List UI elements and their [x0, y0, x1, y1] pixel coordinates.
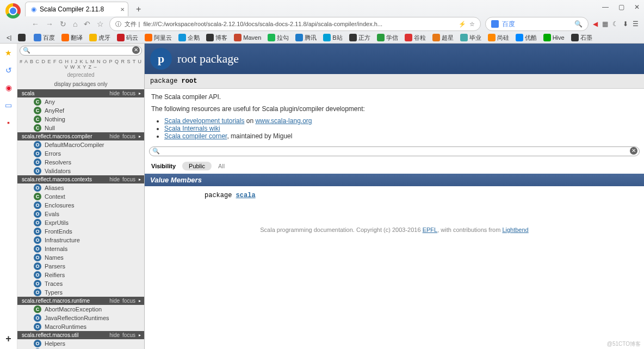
weibo-icon[interactable]: ◉	[4, 83, 14, 93]
new-tab-button[interactable]: +	[132, 2, 145, 16]
package-header[interactable]: scalahidefocus▸	[17, 89, 144, 97]
hide-link[interactable]: hide	[109, 298, 120, 304]
bookmark-item[interactable]: Hive	[543, 34, 565, 41]
bookmark-icon[interactable]: ☆	[469, 21, 475, 28]
member-link[interactable]: OFrontEnds	[17, 227, 144, 236]
card-icon[interactable]: ▭	[4, 100, 14, 110]
lightbend-link[interactable]: Lightbend	[502, 226, 528, 233]
star-icon[interactable]: ★	[4, 48, 14, 58]
history-icon[interactable]: ↺	[4, 65, 14, 75]
bookmark-item[interactable]: 尚硅	[488, 34, 509, 42]
window-close[interactable]: ✕	[634, 3, 640, 11]
bookmark-item[interactable]: 优酷	[516, 34, 537, 42]
hide-link[interactable]: hide	[109, 90, 120, 96]
member-link[interactable]: OTypers	[17, 288, 144, 297]
member-link[interactable]: ODefaultMacroCompiler	[17, 140, 144, 149]
bookmark-item[interactable]: Maven	[234, 34, 261, 41]
bookmark-item[interactable]: 百度	[34, 34, 55, 42]
star-icon[interactable]: ☆	[96, 20, 105, 28]
member-link[interactable]: OValidators	[17, 167, 144, 175]
bookmark-item[interactable]: 超星	[432, 34, 454, 42]
window-maximize[interactable]: ▢	[618, 3, 624, 11]
bookmark-item[interactable]: 学信	[377, 34, 398, 42]
back-button[interactable]: ←	[30, 20, 40, 28]
member-link[interactable]: OAliases	[17, 183, 144, 192]
close-icon[interactable]: ✕	[120, 7, 125, 13]
reload-button[interactable]: ↻	[59, 20, 67, 28]
member-link[interactable]: OJavaReflectionRuntimes	[17, 314, 144, 322]
clear-icon[interactable]: ✕	[630, 147, 637, 155]
bookmark-item[interactable]: B站	[323, 34, 342, 42]
member-link[interactable]: OInternals	[17, 244, 144, 253]
member-link[interactable]: OEvals	[17, 210, 144, 218]
member-link[interactable]: OEnclosures	[17, 201, 144, 210]
deprecated-link[interactable]: deprecated	[17, 71, 144, 79]
bookmark-toggle[interactable]: <|	[7, 34, 11, 41]
visibility-all[interactable]: All	[218, 163, 225, 169]
focus-link[interactable]: focus	[122, 298, 135, 304]
focus-link[interactable]: focus	[122, 133, 135, 139]
window-minimize[interactable]: —	[602, 3, 609, 11]
flash-icon[interactable]: ⚡	[459, 21, 466, 28]
bookmark-item[interactable]: 博客	[206, 34, 227, 42]
browser-tab[interactable]: ◉ Scala Compiler 2.11.8 ✕	[25, 2, 128, 16]
browser-search[interactable]: 百度 🔍	[485, 17, 589, 31]
member-search[interactable]	[149, 146, 640, 156]
bookmark-item[interactable]: 企鹅	[178, 34, 200, 42]
download-icon[interactable]: ⬇	[623, 20, 628, 28]
member-link[interactable]: OParsers	[17, 262, 144, 271]
bookmark-item[interactable]: 虎牙	[89, 34, 110, 42]
home-button[interactable]: ⌂	[72, 20, 78, 28]
bookmark-item[interactable]: 翻译	[61, 34, 83, 42]
member-link[interactable]: OReifiers	[17, 271, 144, 279]
package-header[interactable]: scala.reflect.macros.compilerhidefocus▸	[17, 132, 144, 140]
pdf-icon[interactable]: ▪	[4, 118, 14, 127]
bookmark-item[interactable]	[18, 34, 27, 41]
package-header[interactable]: scala.reflect.macros.utilhidefocus▸	[17, 331, 144, 339]
add-button[interactable]: +	[5, 333, 11, 345]
bookmark-item[interactable]: 石墨	[571, 34, 592, 42]
epfl-link[interactable]: EPFL	[423, 226, 438, 233]
member-link[interactable]: CNull	[17, 124, 144, 132]
member-link[interactable]: OErrors	[17, 149, 144, 158]
search-icon[interactable]: 🔍	[574, 20, 583, 28]
member-link[interactable]: ONames	[17, 253, 144, 262]
member-link[interactable]: OTraces	[17, 279, 144, 288]
bookmark-item[interactable]: 谷粒	[405, 34, 426, 42]
member-link[interactable]: OResolvers	[17, 158, 144, 167]
focus-link[interactable]: focus	[122, 332, 135, 338]
member-link[interactable]: CContext	[17, 192, 144, 201]
address-bar[interactable]: ⓘ 文件 | file:///C:/workspace/root/scala-2…	[109, 17, 481, 31]
focus-link[interactable]: focus	[122, 90, 135, 96]
hide-link[interactable]: hide	[109, 176, 120, 182]
member-link[interactable]: OHelpers	[17, 339, 144, 348]
bookmark-item[interactable]: 拉勾	[268, 34, 289, 42]
bookmark-item[interactable]: 码云	[117, 34, 138, 42]
hide-link[interactable]: hide	[109, 133, 120, 139]
focus-link[interactable]: focus	[122, 176, 135, 182]
package-header[interactable]: scala.reflect.macros.runtimehidefocus▸	[17, 297, 144, 305]
bookmark-item[interactable]: 腾讯	[295, 34, 317, 42]
undo-button[interactable]: ↶	[83, 20, 91, 28]
clear-icon[interactable]: ✕	[132, 46, 140, 54]
visibility-public[interactable]: Public	[182, 162, 212, 170]
member-link[interactable]: OExprUtils	[17, 218, 144, 227]
ext-icon[interactable]: ◀	[593, 20, 598, 28]
member-link[interactable]: CAny	[17, 97, 144, 106]
bookmark-item[interactable]: 正方	[349, 34, 370, 42]
member-link[interactable]: OMacroRuntimes	[17, 322, 144, 331]
member-link[interactable]: CAbortMacroException	[17, 305, 144, 314]
bookmark-item[interactable]: 毕业	[460, 34, 481, 42]
member-link[interactable]: CAnyRef	[17, 106, 144, 115]
member-link[interactable]: CNothing	[17, 115, 144, 124]
alpha-index[interactable]: # A B C D E F G H I J K L M N O P Q R S …	[17, 58, 144, 71]
hide-link[interactable]: hide	[109, 332, 120, 338]
theme-icon[interactable]: ☾	[612, 20, 618, 28]
forward-button[interactable]: →	[45, 20, 54, 28]
member-link[interactable]: OInfrastructure	[17, 236, 144, 244]
display-packages[interactable]: display packages only	[17, 79, 144, 89]
ext-icon[interactable]: ▦	[602, 20, 608, 28]
sidebar-search[interactable]	[20, 46, 142, 56]
package-header[interactable]: scala.reflect.macros.contextshidefocus▸	[17, 175, 144, 183]
bookmark-item[interactable]: 阿里云	[145, 34, 172, 42]
